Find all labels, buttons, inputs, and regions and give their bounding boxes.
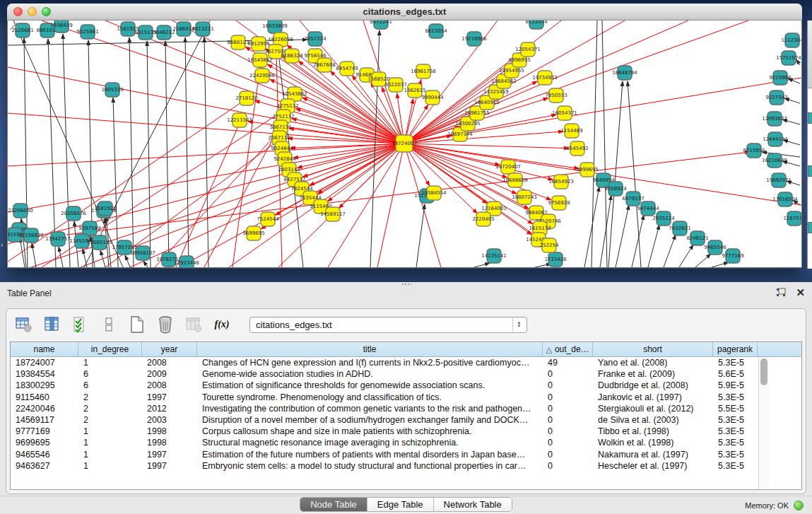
float-panel-icon[interactable] [776,288,786,297]
svg-text:8186328: 8186328 [281,53,302,59]
select-columns-button[interactable] [43,315,61,334]
delete-button[interactable] [156,315,175,334]
svg-text:2752112: 2752112 [272,114,294,119]
column-header-short[interactable]: short [593,342,713,356]
svg-text:18300295: 18300295 [455,121,481,127]
row-tools-button[interactable] [100,315,118,334]
network-nodes: 2520661886101219384599025861158192950151… [8,21,801,268]
table-cell: 19384554 [11,369,78,379]
network-window-titlebar[interactable]: citations_edges.txt [7,4,802,21]
column-header-name[interactable]: name [11,342,78,356]
table-row[interactable]: 2242004622012Investigating the contribut… [11,403,801,414]
table-cell: de Silva et al. (2003) [593,415,713,425]
new-file-button[interactable] [128,315,146,334]
svg-text:6479197: 6479197 [622,196,644,201]
svg-text:1112304: 1112304 [781,37,801,43]
table-row[interactable]: 1456911722003Disruption of a novel membe… [11,414,801,426]
column-header-pagerank[interactable]: pagerank [713,342,758,356]
table-panel-body: f(x) citations_edges.txt ▲▼ namein_degre… [6,308,806,494]
svg-text:9242844: 9242844 [273,156,296,162]
svg-text:13942757: 13942757 [45,236,71,242]
window-resize-grip[interactable] [8,21,18,30]
table-cell: 2008 [142,358,197,368]
table-cell: 9463627 [11,461,78,471]
table-cell: 5.3E-5 [713,461,758,471]
table-cell: 1998 [142,426,197,436]
column-header-title[interactable]: title [197,342,543,356]
svg-text:16543862: 16543862 [247,57,273,63]
svg-text:14954955: 14954955 [499,68,524,74]
column-header-in_degree[interactable]: in_degree [78,342,142,356]
memory-status-label: Memory: OK [745,501,789,510]
table-cell: 5.3E-5 [713,392,758,402]
table-cell: Embryonic stem cells: a model to study s… [197,461,543,471]
svg-text:8545492: 8545492 [566,146,588,151]
column-header-out_de[interactable]: △out_de… [543,342,593,356]
function-builder-button[interactable]: f(x) [213,315,231,334]
table-row[interactable]: 969969511998Structural magnetic resonanc… [11,437,801,448]
table-cell: 5.3E-5 [713,415,758,425]
svg-text:1605339: 1605339 [101,87,123,93]
import-table-button-disabled [184,315,203,334]
table-cell: 5.6E-5 [713,369,758,379]
memory-status-indicator[interactable] [794,501,804,510]
table-cell: Estimation of the future numbers of pati… [197,450,543,460]
svg-text:1733426: 1733426 [544,257,567,262]
validate-columns-button[interactable] [71,315,90,334]
table-cell: 1998 [142,438,197,448]
background-window-titlebar-sliver [808,21,812,88]
table-vertical-scrollbar[interactable] [758,357,769,489]
svg-text:9229966: 9229966 [769,75,792,81]
table-row[interactable]: 946554611997Estimation of the future num… [11,449,801,460]
svg-text:252254: 252254 [540,243,559,248]
table-row[interactable]: 977716911998Corpus callosum shape and si… [11,426,801,437]
svg-text:9025861: 9025861 [76,29,98,35]
table-cell: 9115460 [11,392,78,402]
svg-text:19218986: 19218986 [461,36,487,42]
table-cell: 6 [78,369,142,379]
table-cell: Nakamura et al. (1997) [593,450,713,460]
svg-text:16958107: 16958107 [130,250,155,256]
table-cell: Corpus callosum shape and size in male p… [197,426,543,436]
svg-text:16961758: 16961758 [411,69,436,74]
scrollbar-thumb[interactable] [760,358,767,385]
table-settings-button[interactable] [15,315,33,334]
svg-text:11325419: 11325419 [483,89,509,95]
panel-collapse-arrow-icon[interactable]: › [1,241,3,249]
table-selector-dropdown[interactable]: citations_edges.txt ▲▼ [249,317,527,333]
table-row[interactable]: 1830029562008Estimation of significance … [11,380,801,391]
table-cell: Tourette syndrome. Phenomenology and cla… [197,392,543,402]
table-cell: Disruption of a novel member of a sodium… [197,415,543,425]
svg-text:1581920: 1581920 [94,206,116,211]
table-cell: 0 [543,438,593,448]
table-cell: 5.3E-5 [713,450,758,460]
table-cell: 14569117 [11,415,78,425]
svg-text:7632621: 7632621 [669,226,690,231]
table-row[interactable]: 1938455462009Genome-wide association stu… [11,368,801,380]
svg-text:7524544: 7524544 [257,216,279,222]
table-cell: Hescheler et al. (1997) [593,461,713,471]
table-row[interactable]: 911546021997Tourette syndrome. Phenomeno… [11,392,801,403]
svg-text:8572241: 8572241 [370,21,392,25]
table-row[interactable]: 946362711997Embryonic stem cells: a mode… [11,460,801,472]
table-cell: 6 [78,380,142,390]
table-cell: 9465546 [11,450,78,460]
svg-text:12164003: 12164003 [481,206,507,211]
svg-text:3867131: 3867131 [269,124,291,130]
table-cell: Franke et al. (2009) [593,369,713,379]
column-header-year[interactable]: year [142,342,197,356]
close-panel-icon[interactable]: ✕ [796,287,805,298]
application-window: citations_edges.txt 25206618861012193845… [0,0,812,514]
table-cell: 1997 [142,461,197,471]
network-canvas[interactable]: 2520661886101219384599025861158192950151… [7,21,802,268]
table-cell: Jankovic et al. (1997) [593,392,713,402]
svg-text:8131054: 8131054 [525,21,548,25]
svg-text:1615132: 1615132 [529,226,551,231]
svg-text:9777169: 9777169 [722,253,743,259]
table-cell: 2003 [142,415,197,425]
table-cell: 0 [543,450,593,460]
table-row[interactable]: 1872400712008Changes of HCN gene express… [11,357,801,368]
svg-text:12054371: 12054371 [515,47,541,52]
svg-text:19734933: 19734933 [532,75,558,81]
svg-text:8454749: 8454749 [336,66,358,71]
